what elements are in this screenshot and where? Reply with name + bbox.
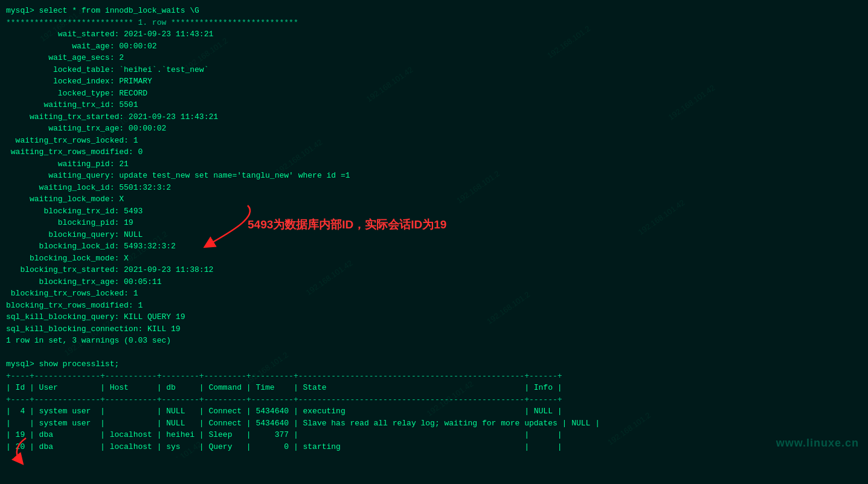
- field-locked-index: locked_index: PRIMARY: [6, 76, 862, 88]
- field-waiting-lock-id: waiting_lock_id: 5501:32:3:2: [6, 182, 862, 194]
- annotation-text: 5493为数据库内部ID，实际会话ID为19: [248, 216, 446, 234]
- terminal-window: 192.168.101.42 192.168.101.2 192.168.101…: [0, 0, 868, 457]
- table-row-1: | 4 | system user | | NULL | Connect | 5…: [6, 405, 862, 418]
- field-wait-age-secs: wait_age_secs: 2: [6, 52, 862, 64]
- field-waiting-trx-rows-modified: waiting_trx_rows_modified: 0: [6, 146, 862, 158]
- field-blocking-trx-rows-modified: blocking_trx_rows_modified: 1: [6, 300, 862, 312]
- field-wait-age: wait_age: 00:00:02: [6, 40, 862, 53]
- field-blocking-trx-started: blocking_trx_started: 2021-09-23 11:38:1…: [6, 264, 862, 276]
- table-row-4: | 20 | dba | localhost | sys | Query | 0…: [6, 441, 862, 453]
- field-waiting-pid: waiting_pid: 21: [6, 158, 862, 170]
- field-blocking-trx-age: blocking_trx_age: 00:05:11: [6, 276, 862, 288]
- field-waiting-trx-id: waiting_trx_id: 5501: [6, 99, 862, 111]
- field-blocking-trx-id: blocking_trx_id: 5493: [6, 205, 862, 218]
- field-sql-kill-blocking-connection: sql_kill_blocking_connection: KILL 19: [6, 323, 862, 335]
- field-blocking-lock-mode: blocking_lock_mode: X: [6, 253, 862, 265]
- result-line: 1 row in set, 3 warnings (0.03 sec): [6, 335, 862, 347]
- table-sep-1: +----+--------------+-----------+-------…: [6, 370, 862, 382]
- table-header-row: | Id | User | Host | db | Command | Time…: [6, 382, 862, 394]
- field-blocking-trx-rows-locked: blocking_trx_rows_locked: 1: [6, 288, 862, 300]
- watermark: www.linuxe.cn: [776, 435, 859, 451]
- table-row-2: | | system user | | NULL | Connect | 543…: [6, 418, 862, 430]
- field-waiting-lock-mode: waiting_lock_mode: X: [6, 193, 862, 205]
- field-waiting-trx-rows-locked: waiting_trx_rows_locked: 1: [6, 135, 862, 147]
- field-waiting-query: waiting_query: update test_new set name=…: [6, 170, 862, 182]
- separator-line: *************************** 1. row *****…: [6, 17, 862, 29]
- blank-line: [6, 347, 862, 359]
- field-waiting-trx-started: waiting_trx_started: 2021-09-23 11:43:21: [6, 111, 862, 123]
- field-locked-table: locked_table: `heihei`.`test_new`: [6, 64, 862, 76]
- field-waiting-trx-age: waiting_trx_age: 00:00:02: [6, 123, 862, 135]
- table-row-3: | 19 | dba | localhost | heihei | Sleep …: [6, 429, 862, 441]
- field-sql-kill-blocking-query: sql_kill_blocking_query: KILL QUERY 19: [6, 311, 862, 323]
- table-sep-2: +----+--------------+-----------+-------…: [6, 394, 862, 406]
- field-blocking-lock-id: blocking_lock_id: 5493:32:3:2: [6, 240, 862, 253]
- field-locked-type: locked_type: RECORD: [6, 88, 862, 100]
- field-wait-started: wait_started: 2021-09-23 11:43:21: [6, 28, 862, 40]
- prompt-line-1: mysql> select * from innodb_lock_waits \…: [6, 5, 862, 17]
- prompt-line-2: mysql> show processlist;: [6, 358, 862, 370]
